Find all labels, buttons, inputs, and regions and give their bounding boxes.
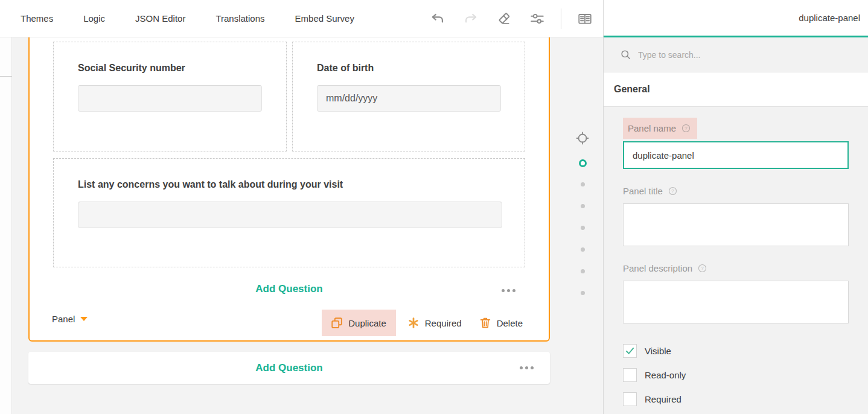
panel-description-label-text: Panel description (623, 263, 692, 273)
help-icon[interactable]: ? (697, 263, 707, 273)
page-add-question-card[interactable]: Add Question (28, 352, 550, 384)
property-grid-content: Panel name ? Panel title ? Panel descrip (604, 107, 868, 414)
navigator-dot[interactable] (581, 226, 585, 230)
required-button[interactable]: Required (401, 310, 468, 336)
checkbox-visible[interactable]: Visible (623, 344, 671, 358)
panel-add-question-row: Add Question (30, 283, 549, 295)
panel-description-input[interactable] (623, 281, 849, 323)
duplicate-label: Duplicate (348, 318, 386, 328)
check-icon (625, 346, 635, 356)
preview-book-icon[interactable] (573, 7, 597, 31)
date-placeholder: mm/dd/yyyy (326, 93, 377, 104)
property-search-input[interactable] (638, 50, 837, 60)
chevron-down-icon (80, 317, 88, 321)
trash-icon (479, 316, 492, 330)
question-concerns-input[interactable] (78, 202, 502, 228)
question-title: Social Security number (78, 63, 185, 74)
property-grid-header: duplicate-panel (604, 0, 868, 37)
svg-text:?: ? (671, 188, 674, 194)
tab-embed-survey[interactable]: Embed Survey (295, 13, 354, 24)
search-icon (620, 49, 631, 60)
toolbox-strip-divider (0, 76, 12, 77)
navigator-dot[interactable] (581, 269, 585, 273)
checkbox-box-unchecked[interactable] (623, 392, 637, 406)
required-label: Required (425, 318, 462, 328)
toolbar-actions (426, 0, 597, 37)
checkbox-visible-label: Visible (645, 346, 671, 356)
question-dob[interactable]: Date of birth mm/dd/yyyy (292, 42, 525, 151)
checkbox-required[interactable]: Required (623, 392, 681, 406)
checkbox-readonly[interactable]: Read-only (623, 368, 686, 382)
navigator-dot-active[interactable] (579, 159, 587, 167)
panel-type-dropdown[interactable]: Panel (52, 314, 88, 324)
toolbar-divider (561, 8, 561, 29)
question-concerns[interactable]: List any concerns you want to talk about… (53, 158, 525, 267)
scroll-to-selection-icon[interactable] (575, 131, 590, 145)
duplicate-button[interactable]: Duplicate (322, 310, 396, 336)
panel-title-label-text: Panel title (623, 186, 663, 196)
panel-add-question-button[interactable]: Add Question (255, 283, 322, 295)
selected-panel[interactable]: Social Security number Date of birth mm/… (28, 37, 550, 342)
tab-logic[interactable]: Logic (83, 13, 105, 24)
panel-more-icon[interactable] (502, 289, 515, 292)
tab-strip: Themes Logic JSON Editor Translations Em… (0, 13, 354, 24)
checkbox-readonly-label: Read-only (645, 370, 686, 380)
navigator-dot[interactable] (581, 247, 585, 252)
section-general[interactable]: General (604, 72, 868, 107)
settings-sliders-icon[interactable] (525, 7, 549, 31)
delete-label: Delete (497, 318, 523, 328)
question-ssn-input[interactable] (78, 85, 262, 112)
survey-creator-app: Themes Logic JSON Editor Translations Em… (0, 0, 868, 414)
property-search-bar[interactable] (604, 37, 868, 72)
panel-title-input[interactable] (623, 203, 849, 246)
panel-title-label: Panel title ? (623, 186, 678, 196)
question-title: Date of birth (317, 63, 374, 74)
delete-button[interactable]: Delete (473, 310, 529, 336)
checkbox-required-label: Required (645, 394, 681, 404)
tab-json-editor[interactable]: JSON Editor (135, 13, 185, 24)
asterisk-icon (407, 316, 420, 330)
section-general-label: General (614, 84, 650, 95)
tab-translations[interactable]: Translations (215, 13, 264, 24)
svg-text:?: ? (685, 126, 688, 131)
help-icon[interactable]: ? (681, 123, 691, 133)
checkbox-box-unchecked[interactable] (623, 368, 637, 382)
top-tab-bar: Themes Logic JSON Editor Translations Em… (0, 0, 603, 37)
designer-canvas: Social Security number Date of birth mm/… (0, 37, 603, 414)
panel-name-input[interactable] (623, 141, 849, 169)
panel-name-label-text: Panel name (628, 123, 676, 133)
panel-action-bar: Duplicate Required Delete (322, 310, 529, 336)
eraser-icon[interactable] (492, 7, 516, 31)
navigator-dot[interactable] (581, 182, 585, 186)
page-more-icon[interactable] (520, 366, 534, 369)
navigator-dot[interactable] (581, 204, 585, 208)
checkbox-box-checked[interactable] (623, 344, 637, 358)
navigator-dot[interactable] (581, 291, 585, 295)
duplicate-icon (330, 316, 343, 330)
svg-text:?: ? (701, 266, 704, 271)
toolbox-collapsed-strip[interactable] (0, 37, 12, 414)
panel-description-label: Panel description ? (623, 263, 707, 273)
undo-icon[interactable] (426, 7, 450, 31)
selected-element-title: duplicate-panel (799, 13, 860, 23)
help-icon[interactable]: ? (668, 186, 678, 196)
panel-name-label: Panel name ? (623, 118, 697, 139)
redo-icon[interactable] (459, 7, 483, 31)
tab-themes[interactable]: Themes (21, 13, 53, 24)
panel-type-label: Panel (52, 314, 75, 324)
page-add-question-button[interactable]: Add Question (255, 362, 322, 374)
question-ssn[interactable]: Social Security number (53, 42, 287, 151)
question-title: List any concerns you want to talk about… (78, 179, 343, 190)
question-dob-input[interactable]: mm/dd/yyyy (317, 85, 501, 112)
